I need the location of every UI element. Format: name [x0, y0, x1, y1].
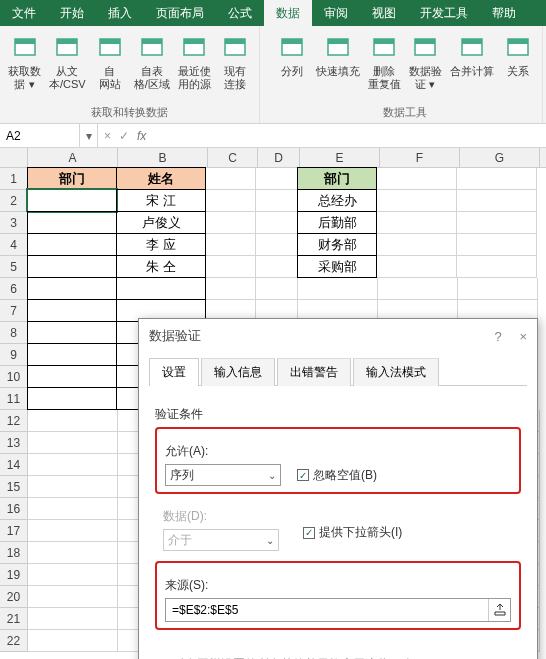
cell-A13[interactable]: [28, 432, 118, 454]
cancel-icon[interactable]: ×: [104, 129, 111, 143]
cell-A7[interactable]: [27, 299, 117, 322]
cell-A12[interactable]: [28, 410, 118, 432]
row-header-17[interactable]: 17: [0, 520, 28, 542]
tab-插入[interactable]: 插入: [96, 0, 144, 26]
name-box[interactable]: [0, 124, 80, 147]
cell-G2[interactable]: [457, 190, 537, 212]
select-all-corner[interactable]: [0, 148, 28, 167]
row-header-20[interactable]: 20: [0, 586, 28, 608]
row-header-6[interactable]: 6: [0, 278, 28, 300]
row-header-10[interactable]: 10: [0, 366, 28, 388]
row-header-13[interactable]: 13: [0, 432, 28, 454]
ribbon-关系[interactable]: 关系: [498, 28, 538, 103]
dropdown-arrow-checkbox[interactable]: ✓ 提供下拉箭头(I): [303, 524, 402, 541]
cell-G6[interactable]: [458, 278, 538, 300]
cell-B6[interactable]: [116, 277, 206, 300]
tab-页面布局[interactable]: 页面布局: [144, 0, 216, 26]
cell-D6[interactable]: [256, 278, 298, 300]
tab-文件[interactable]: 文件: [0, 0, 48, 26]
ribbon-合并计算[interactable]: 合并计算: [446, 28, 498, 103]
cell-A10[interactable]: [27, 365, 117, 388]
col-header-D[interactable]: D: [258, 148, 300, 167]
cell-B4[interactable]: 李 应: [116, 233, 206, 256]
allow-select[interactable]: 序列 ⌄: [165, 464, 281, 486]
cell-A14[interactable]: [28, 454, 118, 476]
row-header-3[interactable]: 3: [0, 212, 28, 234]
row-header-19[interactable]: 19: [0, 564, 28, 586]
row-header-9[interactable]: 9: [0, 344, 28, 366]
row-header-18[interactable]: 18: [0, 542, 28, 564]
cell-A6[interactable]: [27, 277, 117, 300]
cell-B2[interactable]: 宋 江: [116, 189, 206, 212]
cell-C5[interactable]: [206, 256, 256, 278]
col-header-A[interactable]: A: [28, 148, 118, 167]
name-box-dropdown[interactable]: ▾: [80, 124, 98, 147]
row-header-14[interactable]: 14: [0, 454, 28, 476]
cell-E4[interactable]: 财务部: [297, 233, 377, 256]
ribbon-自表格/区域[interactable]: 自表格/区域: [130, 28, 174, 103]
ribbon-删除重复值[interactable]: 删除重复值: [364, 28, 405, 103]
cell-E2[interactable]: 总经办: [297, 189, 377, 212]
cell-D1[interactable]: [256, 168, 298, 190]
dialog-tab-设置[interactable]: 设置: [149, 358, 199, 386]
dialog-tab-输入信息[interactable]: 输入信息: [201, 358, 275, 386]
row-header-1[interactable]: 1: [0, 168, 28, 190]
range-picker-icon[interactable]: [488, 599, 510, 621]
help-icon[interactable]: ?: [495, 329, 502, 344]
col-header-C[interactable]: C: [208, 148, 258, 167]
cell-A1[interactable]: 部门: [27, 167, 117, 190]
cell-A22[interactable]: [28, 630, 118, 652]
tab-开始[interactable]: 开始: [48, 0, 96, 26]
row-header-16[interactable]: 16: [0, 498, 28, 520]
cell-F1[interactable]: [377, 168, 457, 190]
row-header-8[interactable]: 8: [0, 322, 28, 344]
row-header-12[interactable]: 12: [0, 410, 28, 432]
cell-B1[interactable]: 姓名: [116, 167, 206, 190]
row-header-5[interactable]: 5: [0, 256, 28, 278]
ribbon-获取数据[interactable]: 获取数据 ▾: [4, 28, 45, 103]
row-header-2[interactable]: 2: [0, 190, 28, 212]
cell-A2[interactable]: [27, 189, 117, 212]
confirm-icon[interactable]: ✓: [119, 129, 129, 143]
tab-帮助[interactable]: 帮助: [480, 0, 528, 26]
cell-F3[interactable]: [377, 212, 457, 234]
close-icon[interactable]: ×: [519, 329, 527, 344]
name-box-input[interactable]: [6, 129, 73, 143]
cell-C2[interactable]: [206, 190, 256, 212]
cell-A11[interactable]: [27, 387, 117, 410]
ribbon-现有连接[interactable]: 现有连接: [215, 28, 255, 103]
dialog-tab-出错警告[interactable]: 出错警告: [277, 358, 351, 386]
cell-A16[interactable]: [28, 498, 118, 520]
cell-A21[interactable]: [28, 608, 118, 630]
cell-A4[interactable]: [27, 233, 117, 256]
ribbon-最近使用的源[interactable]: 最近使用的源: [174, 28, 215, 103]
tab-开发工具[interactable]: 开发工具: [408, 0, 480, 26]
cell-C3[interactable]: [206, 212, 256, 234]
tab-视图[interactable]: 视图: [360, 0, 408, 26]
tab-数据[interactable]: 数据: [264, 0, 312, 26]
cell-D2[interactable]: [256, 190, 298, 212]
ribbon-数据验证[interactable]: 数据验证 ▾: [405, 28, 446, 103]
col-header-G[interactable]: G: [460, 148, 540, 167]
cell-A5[interactable]: [27, 255, 117, 278]
cell-G1[interactable]: [457, 168, 537, 190]
col-header-F[interactable]: F: [380, 148, 460, 167]
ribbon-分列[interactable]: 分列: [272, 28, 312, 103]
ribbon-自网站[interactable]: 自网站: [90, 28, 130, 103]
cell-A8[interactable]: [27, 321, 117, 344]
row-header-22[interactable]: 22: [0, 630, 28, 652]
cell-B3[interactable]: 卢俊义: [116, 211, 206, 234]
col-header-B[interactable]: B: [118, 148, 208, 167]
cell-A20[interactable]: [28, 586, 118, 608]
row-header-11[interactable]: 11: [0, 388, 28, 410]
row-header-15[interactable]: 15: [0, 476, 28, 498]
cell-F5[interactable]: [377, 256, 457, 278]
cell-D4[interactable]: [256, 234, 298, 256]
cell-A3[interactable]: [27, 211, 117, 234]
cell-A19[interactable]: [28, 564, 118, 586]
cell-C4[interactable]: [206, 234, 256, 256]
row-header-7[interactable]: 7: [0, 300, 28, 322]
cell-F6[interactable]: [378, 278, 458, 300]
cell-G4[interactable]: [457, 234, 537, 256]
ribbon-快速填充[interactable]: 快速填充: [312, 28, 364, 103]
